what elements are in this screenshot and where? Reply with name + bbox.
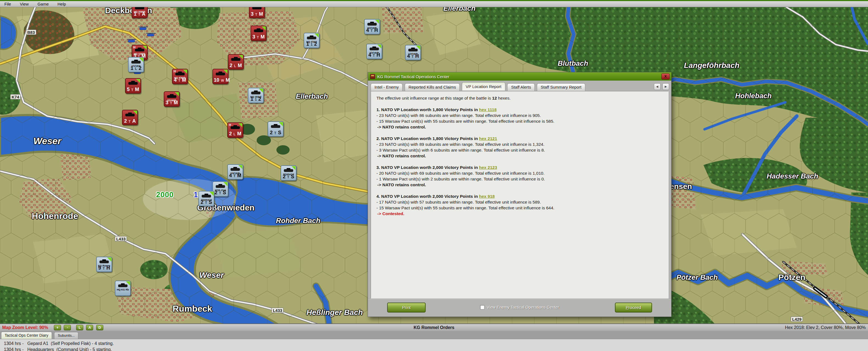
control-result: -> NATO retains control.	[376, 153, 663, 159]
stream-label: Hadesser Bach	[767, 172, 818, 180]
helicopter-icon[interactable]	[139, 28, 147, 30]
nato-units-line: - 20 NATO unit(s) with 69 subunits are w…	[376, 170, 663, 176]
view-enemy-toc-checkbox[interactable]	[480, 305, 485, 310]
nato-units-line: - 23 NATO unit(s) with 86 subunits are w…	[376, 113, 663, 118]
close-button[interactable]: X	[661, 74, 670, 80]
hex-link[interactable]: hex 2123	[479, 165, 497, 170]
nato-unit-counter[interactable]: 1/1/193r1L2	[128, 57, 144, 72]
vp-section: 3. NATO VP Location worth 2,000 Victory …	[376, 165, 663, 187]
tab-reported-kills[interactable]: Reported Kills and Claims	[405, 83, 460, 91]
nato-unit-counter[interactable]: 2TS	[268, 121, 284, 137]
warsaw-pact-unit-counter[interactable]: HHQ 4/40th4TM	[172, 69, 188, 84]
proceed-button[interactable]: Proceed	[615, 302, 652, 313]
nato-unit-counter[interactable]: HQ KG Rb	[115, 281, 131, 296]
hex-link[interactable]: hex 1118	[479, 107, 497, 112]
vehicle-silhouette-icon	[251, 92, 260, 94]
tab-vp-location-report[interactable]: VP Location Report	[462, 82, 505, 90]
nato-unit-counter[interactable]: 3/2/193b4TH	[364, 19, 380, 34]
unit-strength-values: 1TA	[132, 11, 147, 17]
nato-unit-counter[interactable]: 2/193rd P2TS	[198, 191, 214, 206]
vehicle-silhouette-icon	[135, 7, 144, 9]
vehicle-silhouette-icon	[230, 168, 240, 171]
road-shield: K74	[10, 94, 21, 99]
town-label: Rumbeck	[173, 304, 212, 314]
vp-value-label[interactable]: 2000	[156, 191, 174, 199]
tab-staff-alerts[interactable]: Staff Alerts	[507, 83, 535, 91]
influence-range-line: The effective unit influence range at th…	[376, 95, 663, 101]
vehicle-silhouette-icon	[252, 7, 261, 9]
warsaw-pact-unit-counter[interactable]: 5TM	[125, 78, 141, 93]
map-a-button[interactable]: A	[86, 325, 93, 330]
nato-unit-counter[interactable]: HQ 2/193112	[304, 33, 319, 48]
nato-unit-counter[interactable]: 1/4/193b4TM	[227, 164, 243, 180]
warsaw-pact-unit-counter[interactable]: HHQ 2/40th1TA	[132, 7, 148, 18]
dialog-title: KG Rommel Tactical Operations Center	[377, 74, 449, 79]
nato-unit-counter[interactable]: 3/7th Flak2TS	[212, 181, 228, 197]
vehicle-silhouette-icon	[216, 185, 225, 188]
unit-strength-values: 4TM	[173, 77, 187, 83]
road-shield: B83	[26, 30, 36, 35]
map-l-button[interactable]: L	[76, 325, 83, 330]
orders-title: KG Rommel Orders	[413, 325, 454, 330]
unit-strength-values: 4TM	[228, 173, 243, 178]
helicopter-icon[interactable]	[128, 40, 135, 42]
hq-marker: H	[133, 46, 135, 49]
tab-scroll-right-icon[interactable]: ▶	[662, 83, 669, 90]
warsaw-pact-unit-counter[interactable]: 2LM	[228, 54, 244, 69]
warsaw-pact-unit-counter[interactable]: 3TM	[251, 26, 267, 41]
unit-strength-values: 3TM	[251, 34, 266, 40]
warsaw-pact-unit-counter[interactable]: 2/1/40th3TM	[164, 91, 180, 107]
tab-subunits[interactable]: Subunits...	[54, 332, 78, 339]
vp-section: 1. NATO VP Location worth 1,800 Victory …	[376, 107, 663, 130]
hex-link[interactable]: hex 2121	[479, 136, 497, 141]
nato-unit-counter[interactable]: 1/2/193b4TH	[405, 45, 421, 60]
diary-panel[interactable]: 1304 hrs - Gepard A1 (Self Propelled Fla…	[0, 339, 868, 351]
menu-bar: File View Game Help	[0, 0, 868, 7]
unit-strength-values: 4TH	[365, 28, 379, 33]
warsaw-pact-unit-counter[interactable]: 2TA	[122, 110, 138, 125]
control-result-contested: -> Contested.	[376, 211, 663, 216]
print-button[interactable]: Print	[387, 302, 426, 313]
vehicle-silhouette-icon	[367, 23, 377, 26]
nato-units-line: - 17 NATO unit(s) with 57 subunits are w…	[376, 199, 663, 205]
vp-section: 2. NATO VP Location worth 1,800 Victory …	[376, 136, 663, 159]
unit-strength-values: 5TM	[126, 87, 141, 92]
zoom-in-button[interactable]: +	[54, 325, 61, 330]
wp-units-line: - 3 Warsaw Pact unit(s) with 6 subunits …	[376, 147, 663, 153]
menu-file[interactable]: File	[0, 2, 16, 6]
menu-view[interactable]: View	[16, 2, 33, 6]
town-label: ensen	[670, 182, 692, 191]
tab-scroll-left-icon[interactable]: ◀	[654, 83, 660, 90]
helicopter-icon[interactable]	[147, 34, 154, 36]
dialog-title-bar[interactable]: KG Rommel Tactical Operations Center	[368, 72, 671, 81]
nato-unit-counter[interactable]: 3/193rd P2TS	[281, 165, 297, 181]
tab-intel-enemy[interactable]: Intel - Enemy	[371, 83, 403, 91]
vehicle-silhouette-icon	[167, 95, 177, 98]
tactical-operations-center-dialog: KG Rommel Tactical Operations Center X I…	[368, 72, 672, 317]
map-d-button[interactable]: D	[96, 325, 103, 330]
zoom-out-button[interactable]: -	[64, 325, 71, 330]
vehicle-silhouette-icon	[408, 49, 417, 52]
menu-help[interactable]: Help	[53, 2, 70, 6]
unit-strength-values: 4TH	[406, 53, 421, 59]
nato-unit-counter[interactable]: KG Romm9TH	[96, 257, 112, 272]
warsaw-pact-unit-counter[interactable]: 3TM	[249, 7, 265, 18]
wp-units-line: - 15 Warsaw Pact unit(s) with 55 subunit…	[376, 118, 663, 124]
warsaw-pact-unit-counter[interactable]: 10WM	[212, 69, 228, 84]
stream-label: Hohlebach	[735, 92, 772, 100]
nato-unit-counter[interactable]: HQ 193rd112	[248, 88, 264, 103]
nato-unit-counter[interactable]: 2/2/193b4TH	[366, 44, 382, 59]
vehicle-silhouette-icon	[254, 29, 263, 32]
unit-strength-values: 10WM	[213, 77, 228, 83]
application-window: DeckbergenHohenrodeGroßenwiedenRumbeckPö…	[0, 0, 868, 351]
tab-staff-summary-report[interactable]: Staff Summary Report	[537, 83, 585, 91]
vehicle-silhouette-icon	[216, 72, 225, 76]
menu-game[interactable]: Game	[33, 2, 53, 6]
tab-tactical-ops-diary[interactable]: Tactical Ops Center Diary	[1, 332, 52, 339]
warsaw-pact-unit-counter[interactable]: H2LM	[227, 122, 243, 138]
unit-strength-values: 2TS	[213, 190, 228, 196]
dialog-tab-strip: Intel - Enemy Reported Kills and Claims …	[368, 81, 671, 91]
view-enemy-toc-label: View Enemy Tactical Operations Center	[487, 305, 559, 310]
hex-link[interactable]: hex 918	[479, 194, 495, 199]
stream-label: Rohder Bach	[276, 216, 320, 225]
